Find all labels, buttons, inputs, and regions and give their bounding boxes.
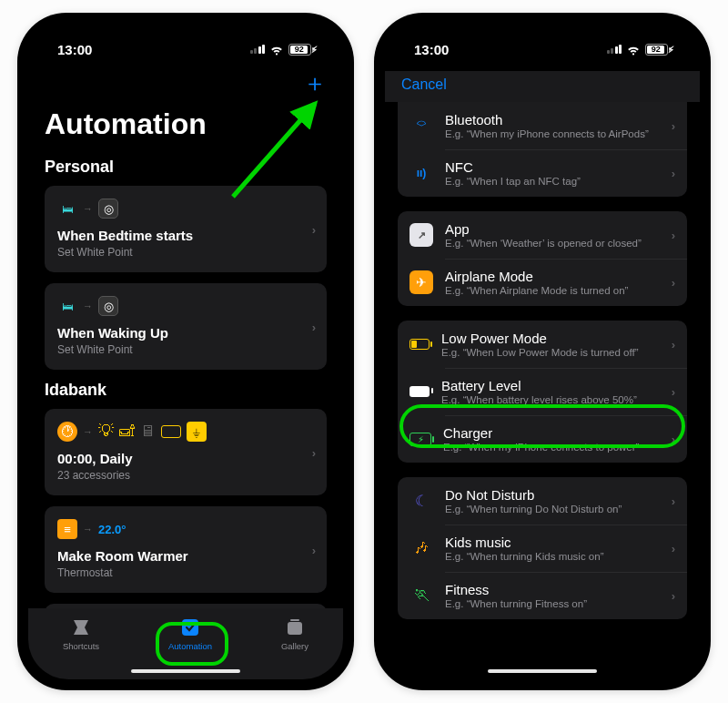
cellular-icon	[607, 45, 622, 54]
row-title: Do Not Disturb	[445, 487, 660, 503]
svg-rect-2	[290, 619, 299, 621]
arrow-icon: →	[83, 301, 93, 311]
automation-card-bedtime[interactable]: 🛏︎ → ◎ When Bedtime starts Set White Poi…	[45, 186, 327, 272]
tv-icon: 🖥︎	[140, 423, 156, 441]
trigger-row-app[interactable]: ↗ App E.g. “When ‘Weather’ is opened or …	[398, 211, 687, 259]
trigger-row-lowpower[interactable]: Low Power Mode E.g. “When Low Power Mode…	[398, 321, 687, 368]
cellular-icon	[250, 45, 266, 54]
tab-automation[interactable]: Automation	[168, 616, 212, 651]
automation-card-daily[interactable]: 🕐︎ → 💡︎ 🛋︎ 🖥︎ ⏚ 00:00, Daily 23 accessor…	[45, 409, 327, 495]
app-icon: ↗	[410, 223, 433, 247]
trigger-row-fitness[interactable]: 🏃︎ Fitness E.g. “When turning Fitness on…	[398, 572, 687, 619]
charger-icon: ⚡︎	[410, 433, 431, 446]
automation-card-warmer[interactable]: ≡ → 22.0° Make Room Warmer Thermostat ›	[45, 506, 327, 593]
trigger-group-power: Low Power Mode E.g. “When Low Power Mode…	[398, 321, 687, 463]
chevron-right-icon: ›	[672, 589, 675, 603]
bed-icon: 🛏︎	[57, 199, 77, 219]
clock-icon: 🕐︎	[57, 422, 77, 442]
page-title: Automation	[45, 107, 327, 141]
dynamic-island	[136, 33, 236, 60]
arrow-icon: →	[83, 426, 93, 437]
phone-frame-left: 13:00 92 ⚡︎ ＋ Automation Personal 🛏︎ → ◎	[17, 13, 354, 690]
row-subtitle: E.g. “When ‘Weather’ is opened or closed…	[445, 238, 660, 249]
battery-level-icon	[410, 386, 430, 397]
row-title: Bluetooth	[445, 112, 660, 127]
add-automation-button[interactable]: ＋	[303, 71, 327, 91]
trigger-row-charger[interactable]: ⚡︎ Charger E.g. “When my iPhone connects…	[398, 415, 687, 463]
row-subtitle: E.g. “When I tap an NFC tag”	[445, 176, 660, 187]
card-subtitle: Set White Point	[57, 343, 314, 356]
bluetooth-icon: ⌔	[410, 114, 433, 138]
screen-triggers: 13:00 92 ⚡︎ Cancel ⌔ Bluetooth E.g. “Whe…	[385, 24, 700, 679]
arrow-icon: →	[83, 203, 93, 214]
row-title: App	[445, 221, 660, 237]
row-subtitle: E.g. “When turning Kids music on”	[445, 551, 660, 562]
card-icons: 🕐︎ → 💡︎ 🛋︎ 🖥︎ ⏚	[57, 422, 314, 442]
card-subtitle: Thermostat	[57, 566, 314, 579]
tab-bar: Shortcuts Automation Gallery	[28, 608, 343, 679]
trigger-row-kids[interactable]: 🎶︎ Kids music E.g. “When turning Kids mu…	[398, 525, 687, 572]
chevron-right-icon: ›	[312, 222, 316, 236]
card-title: 00:00, Daily	[57, 451, 314, 466]
trigger-row-bluetooth[interactable]: ⌔ Bluetooth E.g. “When my iPhone connect…	[398, 102, 687, 149]
tab-shortcuts[interactable]: Shortcuts	[63, 616, 99, 651]
row-title: Charger	[443, 425, 660, 441]
card-subtitle: 23 accessories	[57, 469, 314, 482]
battery-icon: 92 ⚡︎	[288, 44, 318, 56]
screen-automation: 13:00 92 ⚡︎ ＋ Automation Personal 🛏︎ → ◎	[28, 24, 343, 679]
low-power-icon	[410, 339, 430, 350]
trigger-row-dnd[interactable]: ☾ Do Not Disturb E.g. “When turning Do N…	[398, 477, 687, 525]
chevron-right-icon: ›	[672, 167, 675, 180]
tab-gallery[interactable]: Gallery	[281, 616, 308, 651]
status-right: 92 ⚡︎	[607, 42, 675, 56]
automation-card-waking[interactable]: 🛏︎ → ◎ When Waking Up Set White Point ›	[45, 283, 327, 370]
section-personal-header: Personal	[45, 158, 327, 177]
row-subtitle: E.g. “When Low Power Mode is turned off”	[441, 347, 660, 358]
battery-icon: 92 ⚡︎	[645, 44, 674, 56]
nfc-icon: ıı)	[410, 161, 433, 185]
wifi-icon	[626, 42, 641, 56]
row-title: Airplane Mode	[445, 269, 660, 284]
chevron-right-icon: ›	[672, 229, 675, 242]
chevron-right-icon: ›	[672, 338, 675, 352]
trigger-row-airplane[interactable]: ✈︎ Airplane Mode E.g. “When Airplane Mod…	[398, 259, 687, 306]
shortcuts-icon	[70, 616, 93, 638]
chevron-right-icon: ›	[672, 119, 675, 133]
card-icons: ≡ → 22.0°	[57, 519, 314, 539]
card-subtitle: Set White Point	[57, 246, 314, 259]
chevron-right-icon: ›	[672, 542, 675, 555]
status-time: 13:00	[414, 42, 449, 57]
chevron-right-icon: ›	[312, 320, 316, 333]
cancel-button[interactable]: Cancel	[401, 76, 447, 93]
chevron-right-icon: ›	[672, 385, 675, 399]
card-title: When Waking Up	[57, 325, 314, 341]
home-indicator[interactable]	[488, 669, 597, 674]
airplane-icon: ✈︎	[410, 270, 433, 294]
svg-rect-1	[288, 622, 302, 635]
row-title: Battery Level	[441, 378, 660, 393]
tab-label: Shortcuts	[63, 641, 99, 651]
status-right: 92 ⚡︎	[250, 42, 318, 56]
trigger-row-nfc[interactable]: ıı) NFC E.g. “When I tap an NFC tag” ›	[398, 149, 687, 197]
row-title: Fitness	[445, 582, 660, 597]
chevron-right-icon: ›	[312, 543, 316, 556]
trigger-list[interactable]: ⌔ Bluetooth E.g. “When my iPhone connect…	[385, 102, 700, 679]
thermostat-icon: ≡	[57, 519, 77, 539]
dnd-icon: ☾	[410, 489, 433, 513]
automation-icon	[179, 616, 202, 638]
row-subtitle: E.g. “When my iPhone connects to power”	[443, 442, 660, 453]
bed-icon: 🛏︎	[57, 296, 77, 316]
lamp-icon: 🛋︎	[119, 423, 135, 441]
tab-label: Automation	[168, 641, 212, 651]
automation-content: ＋ Automation Personal 🛏︎ → ◎ When Bedtim…	[28, 71, 343, 608]
card-icons: 🛏︎ → ◎	[57, 199, 314, 219]
bulb-icon: 💡︎	[98, 423, 114, 441]
tab-label: Gallery	[281, 641, 308, 651]
card-title: Make Room Warmer	[57, 548, 314, 564]
settings-icon: ◎	[98, 199, 118, 219]
card-title: When Bedtime starts	[57, 228, 314, 243]
trigger-row-battery[interactable]: Battery Level E.g. “When battery level r…	[398, 368, 687, 415]
chevron-right-icon: ›	[312, 445, 316, 459]
home-indicator[interactable]	[131, 669, 240, 674]
row-subtitle: E.g. “When my iPhone connects to AirPods…	[445, 128, 660, 139]
